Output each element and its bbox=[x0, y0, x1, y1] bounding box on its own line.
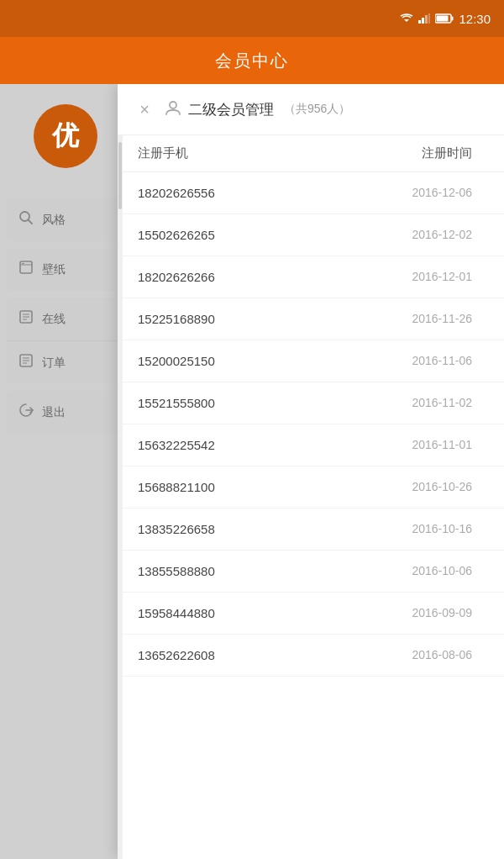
main-area: 优 风格 bbox=[0, 84, 504, 859]
member-table: 注册手机 注册时间 18202626556 2016-12-06 1550262… bbox=[123, 135, 504, 859]
table-row: 15521555800 2016-11-02 bbox=[123, 382, 504, 424]
sidebar-search-label: 风格 bbox=[42, 213, 66, 228]
sidebar-online-label: 在线 bbox=[42, 312, 66, 327]
table-row: 13855588880 2016-10-06 bbox=[123, 551, 504, 593]
cell-phone: 18202626266 bbox=[138, 270, 320, 284]
header-title: 会员中心 bbox=[215, 50, 289, 72]
popup-count: （共956人） bbox=[284, 102, 350, 117]
cell-date: 2016-09-09 bbox=[320, 606, 489, 620]
cell-date: 2016-12-06 bbox=[320, 186, 489, 200]
svg-rect-1 bbox=[418, 20, 421, 24]
sidebar-section-logout: 退出 bbox=[7, 391, 123, 434]
cell-phone: 13652622608 bbox=[138, 648, 320, 662]
table-row: 13835226658 2016-10-16 bbox=[123, 509, 504, 551]
th-phone: 注册手机 bbox=[138, 145, 188, 160]
status-bar: 12:30 bbox=[0, 0, 504, 37]
cell-date: 2016-12-02 bbox=[320, 228, 489, 242]
table-row: 18202626266 2016-12-01 bbox=[123, 256, 504, 298]
close-button[interactable]: × bbox=[133, 97, 156, 121]
signal-icon bbox=[418, 13, 430, 24]
sidebar-item-logout[interactable]: 退出 bbox=[7, 391, 123, 434]
cell-date: 2016-10-16 bbox=[320, 522, 489, 536]
cell-phone: 15225168890 bbox=[138, 312, 320, 326]
popup-panel: × 二级会员管理 （共956人） bbox=[118, 84, 504, 859]
table-row: 18202626556 2016-12-06 bbox=[123, 172, 504, 214]
cell-phone: 15502626265 bbox=[138, 228, 320, 242]
sidebar-logout-label: 退出 bbox=[42, 405, 66, 420]
logout-icon bbox=[17, 403, 35, 422]
sidebar-section-orders: 在线 订单 bbox=[7, 298, 123, 384]
sidebar-wallpaper-label: 壁纸 bbox=[42, 262, 66, 277]
cell-date: 2016-08-06 bbox=[320, 648, 489, 662]
sidebar-item-wallpaper[interactable]: 壁纸 bbox=[7, 248, 123, 291]
app-header: 会员中心 bbox=[0, 37, 504, 84]
user-icon bbox=[165, 99, 181, 120]
svg-rect-4 bbox=[428, 13, 430, 24]
sidebar-item-search[interactable]: 风格 bbox=[7, 198, 123, 241]
cell-date: 2016-10-06 bbox=[320, 564, 489, 578]
cell-phone: 15521555800 bbox=[138, 396, 320, 410]
column-header-date: 注册时间 bbox=[320, 145, 489, 161]
cell-date: 2016-10-26 bbox=[320, 480, 489, 494]
search-icon bbox=[17, 210, 35, 229]
cell-phone: 15958444880 bbox=[138, 606, 320, 620]
sidebar-order-label: 订单 bbox=[42, 356, 66, 371]
sidebar-section-search: 风格 bbox=[7, 198, 123, 241]
battery-icon bbox=[435, 13, 454, 24]
table-body: 18202626556 2016-12-06 15502626265 2016-… bbox=[123, 172, 504, 677]
avatar: 优 bbox=[34, 104, 97, 168]
popup-header: × 二级会员管理 （共956人） bbox=[118, 84, 504, 135]
sidebar-section-wallpaper: 壁纸 bbox=[7, 248, 123, 291]
table-header: 注册手机 注册时间 bbox=[123, 135, 504, 172]
svg-rect-7 bbox=[437, 16, 449, 22]
cell-date: 2016-11-02 bbox=[320, 396, 489, 410]
svg-rect-3 bbox=[425, 15, 428, 24]
table-row: 15225168890 2016-11-26 bbox=[123, 298, 504, 340]
cell-phone: 15200025150 bbox=[138, 354, 320, 368]
scroll-track[interactable] bbox=[118, 135, 123, 859]
svg-marker-0 bbox=[404, 19, 409, 22]
table-row: 13652622608 2016-08-06 bbox=[123, 635, 504, 677]
status-time: 12:30 bbox=[459, 12, 491, 26]
table-row: 15958444880 2016-09-09 bbox=[123, 593, 504, 635]
svg-line-9 bbox=[29, 220, 33, 224]
table-row: 15502626265 2016-12-02 bbox=[123, 214, 504, 256]
cell-phone: 15632225542 bbox=[138, 438, 320, 452]
sidebar: 优 风格 bbox=[0, 84, 130, 859]
wifi-icon bbox=[400, 13, 413, 24]
status-icons: 12:30 bbox=[400, 12, 491, 26]
column-header-phone: 注册手机 bbox=[138, 145, 320, 161]
th-date: 注册时间 bbox=[422, 145, 472, 160]
order-icon bbox=[17, 353, 35, 372]
table-row: 15200025150 2016-11-06 bbox=[123, 340, 504, 382]
cell-phone: 13835226658 bbox=[138, 522, 320, 536]
cell-date: 2016-11-26 bbox=[320, 312, 489, 326]
online-icon bbox=[17, 309, 35, 329]
svg-rect-2 bbox=[422, 18, 424, 24]
table-row: 15688821100 2016-10-26 bbox=[123, 466, 504, 509]
cell-date: 2016-12-01 bbox=[320, 270, 489, 284]
cell-phone: 15688821100 bbox=[138, 480, 320, 494]
sidebar-item-order[interactable]: 订单 bbox=[7, 341, 123, 384]
sidebar-item-online[interactable]: 在线 bbox=[7, 298, 123, 341]
sidebar-menu: 风格 壁纸 bbox=[0, 195, 130, 437]
table-scroll-area: 注册手机 注册时间 18202626556 2016-12-06 1550262… bbox=[118, 135, 504, 859]
table-row: 15632225542 2016-11-01 bbox=[123, 424, 504, 466]
cell-phone: 18202626556 bbox=[138, 186, 320, 200]
svg-rect-12 bbox=[22, 263, 24, 264]
svg-point-22 bbox=[170, 102, 176, 108]
svg-rect-10 bbox=[20, 261, 32, 273]
popup-title-area: 二级会员管理 （共956人） bbox=[165, 99, 489, 120]
cell-date: 2016-11-06 bbox=[320, 354, 489, 368]
cell-phone: 13855588880 bbox=[138, 564, 320, 578]
popup-title: 二级会员管理 bbox=[188, 100, 274, 119]
scroll-thumb bbox=[118, 142, 122, 209]
svg-rect-6 bbox=[452, 17, 454, 21]
close-icon: × bbox=[139, 100, 150, 119]
avatar-text: 优 bbox=[52, 118, 79, 155]
cell-date: 2016-11-01 bbox=[320, 438, 489, 452]
wallpaper-icon bbox=[17, 260, 35, 279]
